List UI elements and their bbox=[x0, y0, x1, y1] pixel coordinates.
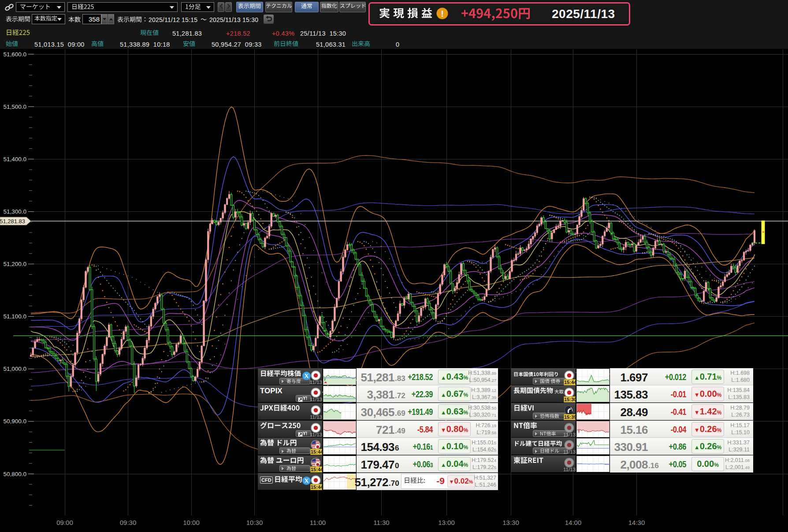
svg-text:51,100.0: 51,100.0 bbox=[3, 313, 26, 320]
svg-text:13:30: 13:30 bbox=[502, 519, 519, 526]
svg-text:50,900.0: 50,900.0 bbox=[3, 418, 26, 425]
svg-text:11:30: 11:30 bbox=[373, 519, 389, 526]
svg-text:51,600.0: 51,600.0 bbox=[3, 51, 26, 58]
svg-text:13:00: 13:00 bbox=[438, 519, 455, 526]
svg-text:51,500.0: 51,500.0 bbox=[3, 103, 26, 110]
svg-text:09:00: 09:00 bbox=[56, 519, 73, 526]
svg-text:51,281.83: 51,281.83 bbox=[0, 218, 25, 225]
svg-text:51,400.0: 51,400.0 bbox=[3, 156, 26, 163]
svg-text:09:30: 09:30 bbox=[120, 519, 137, 526]
svg-text:14:00: 14:00 bbox=[565, 519, 582, 526]
svg-text:!: ! bbox=[441, 9, 444, 18]
svg-text:10:30: 10:30 bbox=[246, 519, 263, 526]
svg-text:10:00: 10:00 bbox=[183, 519, 200, 526]
svg-text:50,800.0: 50,800.0 bbox=[3, 471, 26, 477]
svg-text:51,200.0: 51,200.0 bbox=[3, 261, 26, 267]
svg-text:51,000.0: 51,000.0 bbox=[3, 366, 26, 372]
svg-text:14:30: 14:30 bbox=[628, 519, 645, 526]
svg-text:51,300.0: 51,300.0 bbox=[3, 208, 26, 215]
svg-text:11:00: 11:00 bbox=[310, 519, 326, 526]
